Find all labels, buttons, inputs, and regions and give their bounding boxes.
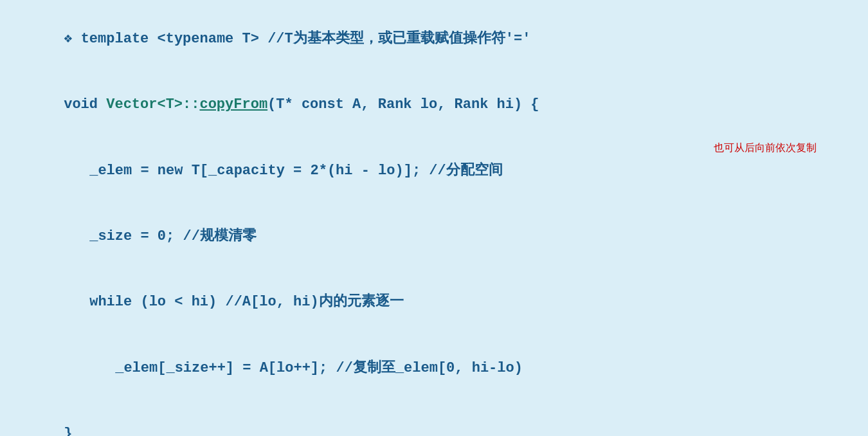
- comment-line6: //复制至_elem[0, hi-lo): [336, 360, 522, 376]
- code-copy-stmt: _elem[_size++] = A[lo++];: [115, 360, 336, 376]
- code-line-2: void Vector<T>::copyFrom(T* const A, Ran…: [13, 72, 855, 138]
- comment-line3: //分配空间: [429, 163, 502, 179]
- code-line-5: while (lo < hi) //A[lo, hi)内的元素逐一: [13, 269, 855, 335]
- code-line-1: ❖ template <typename T> //T为基本类型，或已重载赋值操…: [13, 6, 855, 72]
- keyword-void: void: [64, 96, 106, 113]
- method-copyfrom: copyFrom: [199, 96, 267, 113]
- code-line-6: _elem[_size++] = A[lo++]; //复制至_elem[0, …: [13, 335, 855, 401]
- code-line-4: _size = 0; //规模清零: [13, 204, 855, 269]
- code-line-7: }: [13, 401, 855, 436]
- code-close-brace: }: [64, 426, 72, 436]
- comment-line1: //T为基本类型，或已重载赋值操作符'=': [267, 31, 530, 47]
- main-container: ❖ template <typename T> //T为基本类型，或已重载赋值操…: [0, 0, 868, 436]
- annotation-right: 也可从后向前依次复制: [714, 141, 817, 155]
- code-size-zero: _size = 0;: [89, 228, 183, 244]
- diamond-icon: ❖: [64, 31, 80, 47]
- class-vector: Vector<T>::: [106, 96, 199, 113]
- comment-line4: //规模清零: [183, 228, 256, 244]
- code-block: ❖ template <typename T> //T为基本类型，或已重载赋值操…: [13, 6, 855, 436]
- keyword-while: while: [89, 294, 140, 310]
- code-elem-assign: _elem = new T[_capacity = 2*(hi - lo)];: [89, 163, 429, 179]
- code-params: (T* const A, Rank lo, Rank hi) {: [267, 96, 539, 113]
- keyword-template: template: [81, 31, 149, 47]
- code-typename: <typename T>: [149, 31, 267, 47]
- code-while-cond: (lo < hi): [140, 294, 225, 310]
- comment-line5: //A[lo, hi)内的元素逐一: [225, 294, 403, 310]
